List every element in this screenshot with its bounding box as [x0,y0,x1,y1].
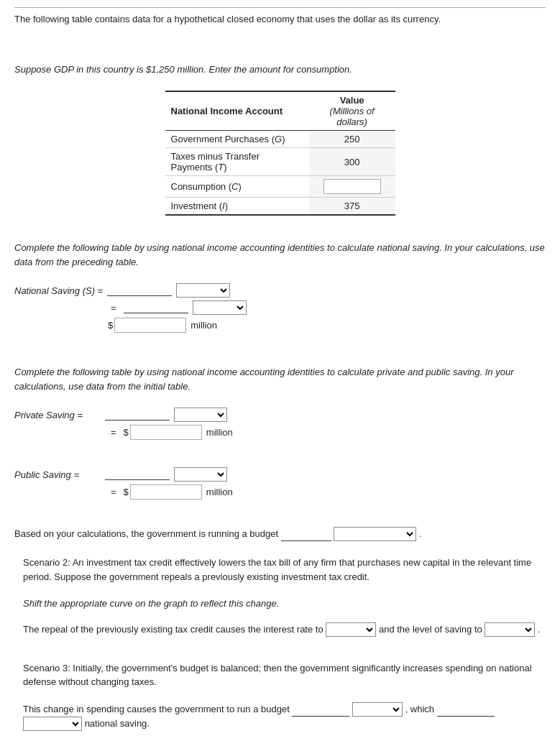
table-header-account: National Income Account [165,91,309,131]
budget-text-after: . [419,528,422,539]
private-saving-equals2: = [111,427,116,438]
public-saving-blank [105,469,170,480]
repeal-text-middle: and the level of saving to [379,624,482,635]
table-cell-gov-label: Government Purchases (G) [165,131,309,148]
private-saving-line1: Private Saving = Y - T - C T - G Y - C -… [14,408,546,422]
private-public-prompt-section: Complete the following table by using na… [14,365,546,393]
budget-text-before: Based on your calculations, the governme… [14,528,278,539]
national-income-table: National Income Account Value(Millions o… [165,91,395,216]
national-saving-blank1 [107,285,172,296]
table-cell-tax-value: 300 [309,148,395,176]
public-saving-dollar-input: $ [124,484,202,500]
change-blank2 [437,705,495,717]
public-saving-million: million [206,487,233,497]
private-saving-section: Private Saving = Y - T - C T - G Y - C -… [14,408,546,440]
change-text-before: This change in spending causes the gover… [23,704,290,714]
change-saving-dropdown[interactable]: increases decreases [23,717,82,731]
national-saving-dropdown1[interactable]: Y - C - G Y - C - T C + I + G Y - T - C … [176,283,230,298]
private-saving-dollar-sign: $ [124,427,129,438]
table-cell-consumption-label: Consumption (C) [165,176,309,198]
national-saving-equals2: = [111,303,116,313]
table-row: Investment (I) 375 [165,198,395,216]
national-saving-value-input[interactable] [114,318,186,333]
repeal-saving-dropdown[interactable]: rise fall [485,622,535,637]
repeal-text-before: The repeal of the previously existing ta… [23,624,323,635]
scenario3-section: Scenario 3: Initially, the government's … [23,661,546,737]
table-row: Taxes minus Transfer Payments (T) 300 [165,148,395,176]
repeal-text-after: . [538,624,541,635]
national-saving-prompt: Complete the following table by using na… [14,241,546,269]
public-saving-dropdown[interactable]: T - G Y - T - C Y - C - G [174,467,227,482]
public-saving-line2: = $ million [108,484,546,500]
national-saving-label: National Saving (S) = [14,285,103,296]
change-blank1 [292,705,349,717]
scenario3-heading: Scenario 3: Initially, the government's … [23,661,546,689]
repeal-interest-dropdown[interactable]: rise fall [326,622,376,637]
public-saving-equals2: = [111,487,116,497]
intro-section: The following table contains data for a … [14,7,546,27]
gdp-prompt-section: Suppose GDP in this country is $1,250 mi… [14,63,546,77]
national-saving-line2: = Y - C - G Y - T - C C + I + G I [108,300,546,315]
budget-question-text: Based on your calculations, the governme… [14,527,546,541]
private-saving-blank [105,409,170,420]
national-saving-line1: National Saving (S) = Y - C - G Y - C - … [14,283,546,298]
public-saving-line1: Public Saving = T - G Y - T - C Y - C - … [14,467,546,482]
scenario2-heading: Scenario 2: An investment tax credit eff… [23,556,546,584]
private-saving-million: million [206,427,233,438]
scenario3-change-text: This change in spending causes the gover… [23,702,546,731]
national-saving-dropdown2[interactable]: Y - C - G Y - T - C C + I + G I [193,300,247,315]
private-saving-line2: = $ million [108,425,546,440]
private-saving-dollar-input: $ [124,425,202,440]
national-saving-dollar-sign: $ [108,320,113,331]
gdp-prompt: Suppose GDP in this country is $1,250 mi… [14,63,546,77]
national-saving-prompt-section: Complete the following table by using na… [14,241,546,269]
national-saving-formula-section: National Saving (S) = Y - C - G Y - C - … [14,283,546,333]
national-saving-dollar-input: $ [108,318,186,333]
national-saving-million: million [191,320,217,331]
change-text-after: national saving. [85,718,150,729]
table-cell-consumption-input-cell[interactable] [309,176,395,198]
table-row: Government Purchases (G) 250 [165,131,395,148]
table-cell-gov-value: 250 [309,131,395,148]
consumption-input[interactable] [323,179,381,194]
table-cell-investment-label: Investment (I) [165,198,309,216]
private-saving-label: Private Saving = [14,410,101,420]
change-budget-dropdown[interactable]: surplus deficit [352,702,403,717]
scenario2-shift-text: Shift the appropriate curve on the graph… [23,597,546,611]
public-saving-value-input[interactable] [130,484,202,500]
budget-question-section: Based on your calculations, the governme… [14,527,546,541]
public-saving-label: Public Saving = [14,469,101,480]
table-cell-investment-value: 375 [309,198,395,216]
scenario2-repeal-text: The repeal of the previously existing ta… [23,622,546,637]
table-row: Consumption (C) [165,176,395,198]
scenario2-section: Scenario 2: An investment tax credit eff… [23,556,546,637]
national-saving-blank2 [124,302,188,313]
intro-text: The following table contains data for a … [14,12,546,27]
table-cell-tax-label: Taxes minus Transfer Payments (T) [165,148,309,176]
change-text-middle: , which [405,704,434,714]
national-saving-line3: $ million [108,318,546,333]
budget-blank [281,530,331,541]
table-header-value: Value(Millions of dollars) [309,91,395,131]
private-saving-dropdown[interactable]: Y - T - C T - G Y - C - G [174,408,227,422]
private-saving-value-input[interactable] [130,425,202,440]
private-public-prompt: Complete the following table by using na… [14,365,546,393]
public-saving-section: Public Saving = T - G Y - T - C Y - C - … [14,467,546,500]
public-saving-dollar-sign: $ [124,487,129,497]
budget-dropdown[interactable]: surplus deficit balanced budget [334,527,416,541]
